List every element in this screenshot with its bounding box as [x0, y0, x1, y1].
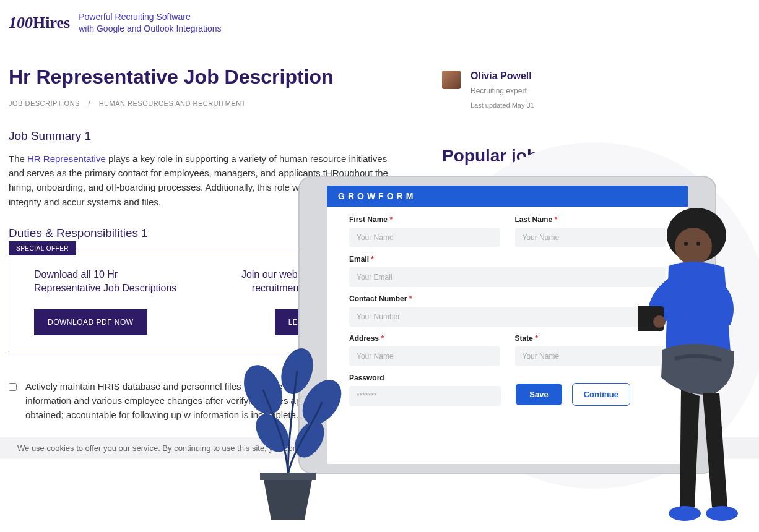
email-label: Email * [349, 255, 666, 264]
breadcrumb-category[interactable]: HUMAN RESOURCES AND RECRUITMENT [99, 100, 246, 107]
password-label: Password [349, 374, 501, 382]
avatar [442, 71, 461, 89]
page-title: Hr Representative Job Description [9, 66, 393, 88]
tagline-line1: Powerful Recruiting Software [79, 11, 221, 23]
person-illustration [638, 198, 759, 532]
tagline-line2: with Google and Outlook Integrations [79, 23, 221, 35]
offer-download-head: Download all 10 Hr Representative Job De… [34, 268, 182, 296]
hero-illustration: GROWFORM First Name * Last Name * Email … [229, 173, 759, 532]
contact-label: Contact Number * [349, 294, 666, 303]
breadcrumb-sep: / [89, 100, 91, 107]
breadcrumb: JOB DESCRIPTIONS / HUMAN RESOURCES AND R… [9, 100, 393, 107]
svg-point-13 [653, 315, 666, 328]
summary-pre: The [9, 153, 27, 164]
breadcrumb-jobdesc[interactable]: JOB DESCRIPTIONS [9, 100, 80, 107]
hr-rep-link[interactable]: HR Representative [27, 153, 106, 164]
svg-point-10 [669, 506, 701, 521]
tablet-screen: GROWFORM First Name * Last Name * Email … [327, 186, 688, 464]
save-button[interactable]: Save [516, 384, 562, 405]
svg-point-7 [675, 228, 712, 265]
firstname-label: First Name * [349, 215, 500, 224]
svg-rect-5 [260, 473, 316, 480]
address-label: Address * [349, 334, 500, 343]
download-pdf-button[interactable]: DOWNLOAD PDF NOW [34, 309, 147, 335]
password-input[interactable] [349, 386, 501, 406]
duty-checkbox[interactable] [9, 383, 17, 391]
special-offer-badge: SPECIAL OFFER [9, 241, 76, 255]
author-role: Recruiting expert [471, 87, 534, 95]
site-header: 100Hires Powerful Recruiting Software wi… [0, 0, 759, 35]
address-input[interactable] [349, 346, 500, 366]
summary-heading: Job Summary 1 [9, 129, 393, 143]
continue-button[interactable]: Continue [572, 383, 630, 406]
tagline: Powerful Recruiting Software with Google… [79, 11, 221, 35]
author-date: Last updated May 31 [471, 101, 534, 109]
plant-illustration [229, 346, 347, 532]
firstname-input[interactable] [349, 228, 500, 247]
author-name: Olivia Powell [471, 71, 534, 82]
author-box: Olivia Powell Recruiting expert Last upd… [442, 71, 714, 109]
logo[interactable]: 100Hires [9, 14, 70, 32]
form-brand: GROWFORM [338, 191, 416, 201]
svg-point-9 [696, 242, 700, 246]
svg-point-11 [706, 506, 738, 521]
form-app-bar: GROWFORM [327, 186, 688, 207]
email-input[interactable] [349, 267, 666, 287]
svg-point-8 [684, 242, 688, 246]
contact-input[interactable] [349, 307, 666, 327]
